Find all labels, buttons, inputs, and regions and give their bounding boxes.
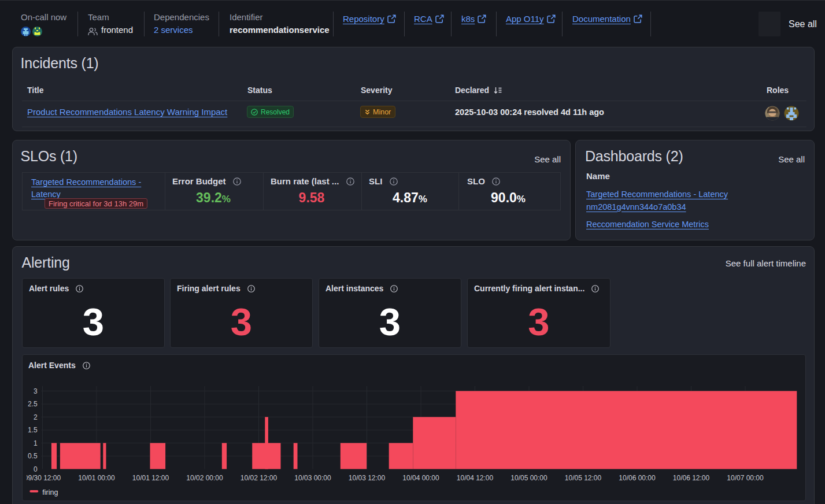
svg-text:firing: firing [42, 488, 58, 496]
svg-text:10/02 00:00: 10/02 00:00 [186, 474, 223, 482]
svg-text:10/04 00:00: 10/04 00:00 [402, 474, 439, 482]
svg-text:10/03 12:00: 10/03 12:00 [349, 474, 386, 482]
svg-text:10/02 12:00: 10/02 12:00 [241, 474, 278, 482]
svg-text:10/03 00:00: 10/03 00:00 [294, 474, 331, 482]
svg-text:10/06 00:00: 10/06 00:00 [619, 474, 656, 482]
svg-text:1.5: 1.5 [28, 426, 38, 434]
svg-text:10/05 00:00: 10/05 00:00 [510, 474, 547, 482]
svg-text:0: 0 [34, 465, 38, 473]
svg-text:10/01 00:00: 10/01 00:00 [78, 474, 115, 482]
svg-text:10/05 12:00: 10/05 12:00 [565, 474, 602, 482]
svg-text:2.5: 2.5 [28, 400, 38, 408]
svg-text:10/01 12:00: 10/01 12:00 [132, 474, 169, 482]
svg-text:10/06 12:00: 10/06 12:00 [673, 474, 710, 482]
svg-text:2: 2 [34, 413, 38, 421]
svg-text:10/07 00:00: 10/07 00:00 [727, 474, 764, 482]
svg-text:10/04 12:00: 10/04 12:00 [457, 474, 494, 482]
svg-text:1: 1 [34, 439, 38, 447]
svg-text:0.5: 0.5 [28, 452, 38, 460]
svg-text:3: 3 [34, 387, 38, 395]
svg-text:09/30 12:00: 09/30 12:00 [27, 474, 61, 482]
